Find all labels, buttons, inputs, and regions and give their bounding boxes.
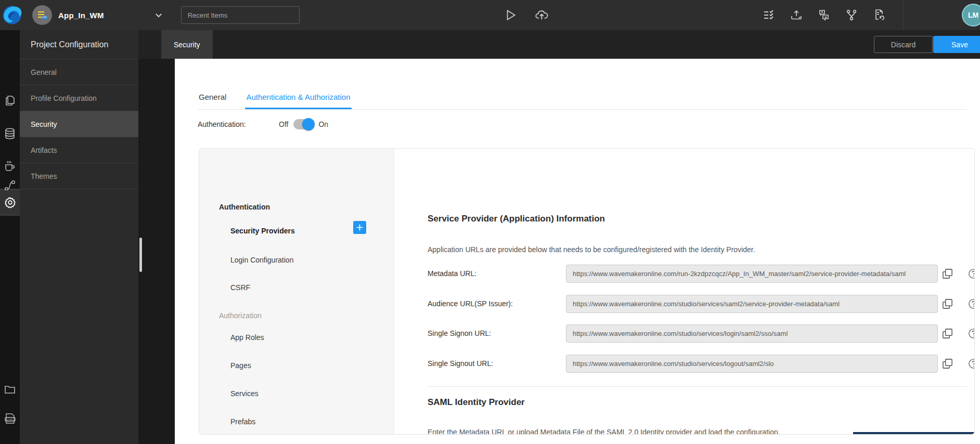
menu-item-security-providers[interactable]: Security Providers (230, 227, 295, 235)
field-label: Audience URL(SP Issuer): (428, 299, 566, 308)
help-icon[interactable] (968, 268, 975, 280)
menu-item-csrf[interactable]: CSRF (230, 283, 250, 292)
field-label: Single Signon URL: (428, 329, 566, 337)
toggle-on-label: On (318, 120, 328, 128)
project-name: App_In_WM (58, 11, 104, 20)
security-providers-body: Service Provider (Application) Informati… (394, 149, 974, 434)
metadata-url-row: Metadata URL: https://www.wavemakeronlin… (428, 264, 961, 283)
sidebar-item-profile-configuration[interactable]: Profile Configuration (20, 85, 138, 111)
security-menu-panel: Authentication Security Providers Login … (199, 149, 394, 435)
sidebar-item-themes[interactable]: Themes (20, 163, 138, 189)
signout-url-value: https://www.wavemakeronline.com/studio/s… (566, 355, 938, 373)
more-icon[interactable] (0, 441, 20, 444)
panel-title: Project Configuration (20, 30, 138, 59)
play-icon[interactable] (504, 8, 517, 22)
cloud-upload-icon[interactable] (535, 8, 549, 22)
audience-url-row: Audience URL(SP Issuer): https://www.wav… (428, 294, 961, 313)
metadata-url-highlight-box: 6.okta.com/app/exknlt44nbWM4txYA5d7/sso/… (853, 432, 975, 435)
copy-icon[interactable] (942, 358, 953, 370)
tab-general[interactable]: General (198, 87, 227, 109)
copy-icon[interactable] (942, 328, 953, 339)
branch-icon[interactable] (845, 9, 858, 21)
single-signout-url-row: Single Signout URL: https://www.wavemake… (428, 354, 961, 373)
tab-authentication-authorization[interactable]: Authentication & Authorization (245, 87, 351, 109)
field-label: Metadata URL: (428, 269, 566, 278)
discard-button[interactable]: Discard (874, 36, 933, 53)
translate-icon[interactable] (818, 9, 830, 21)
add-provider-button[interactable] (353, 221, 366, 234)
panel-gutter (138, 59, 175, 444)
sp-info-description: Application URLs are provided below that… (428, 245, 755, 254)
signon-url-value: https://www.wavemakeronline.com/studio/s… (566, 324, 938, 343)
avatar-initials: LM (968, 11, 978, 19)
authentication-toggle-row: Authentication: Off On (198, 119, 328, 129)
open-document-tab-security[interactable]: Security (161, 30, 213, 59)
recent-items-input[interactable] (181, 6, 300, 24)
pages-icon[interactable] (0, 88, 20, 112)
export-icon[interactable] (790, 9, 803, 21)
field-label: Single Signout URL: (428, 359, 566, 368)
app-icon[interactable] (32, 5, 52, 25)
menu-section-authorization: Authorization (219, 311, 262, 320)
menu-item-services[interactable]: Services (230, 389, 259, 398)
document-tab-strip: Security Discard Save (138, 30, 980, 59)
file-refresh-icon[interactable] (873, 9, 885, 21)
help-icon[interactable] (968, 358, 975, 370)
sidebar-item-general[interactable]: General (20, 59, 138, 85)
folder-icon[interactable] (0, 377, 20, 401)
security-config-card: Authentication Security Providers Login … (199, 148, 975, 435)
top-bar: App_In_WM LM (0, 0, 980, 30)
menu-section-authentication: Authentication (219, 203, 270, 211)
copy-icon[interactable] (942, 298, 953, 310)
save-button[interactable]: Save (933, 36, 980, 53)
metadata-url-value: https://www.wavemakeronline.com/run-2kzd… (566, 265, 938, 283)
toggle-knob (302, 118, 315, 130)
security-tabs: General Authentication & Authorization (198, 87, 966, 110)
help-icon[interactable] (968, 328, 975, 339)
saml-idp-heading: SAML Identity Provider (428, 397, 525, 408)
checklist-icon[interactable] (763, 9, 775, 21)
left-icon-rail: LOG (0, 30, 20, 444)
settings-icon[interactable] (0, 190, 20, 214)
audience-url-value: https://www.wavemakeronline.com/studio/s… (566, 295, 938, 313)
menu-item-login-configuration[interactable]: Login Configuration (230, 256, 293, 264)
logs-icon[interactable]: LOG (0, 407, 20, 430)
security-settings-main: General Authentication & Authorization A… (175, 59, 980, 444)
chevron-down-icon[interactable] (154, 10, 163, 20)
single-signon-url-row: Single Signon URL: https://www.wavemaker… (428, 324, 961, 343)
authentication-toggle[interactable] (293, 119, 313, 129)
menu-item-app-roles[interactable]: App Roles (230, 333, 264, 342)
authentication-label: Authentication: (198, 120, 279, 128)
copy-icon[interactable] (942, 268, 953, 280)
svg-text:LOG: LOG (7, 418, 13, 421)
help-icon[interactable] (968, 298, 975, 310)
scrollbar-thumb[interactable] (139, 238, 142, 272)
wavemaker-logo[interactable] (2, 3, 24, 27)
sidebar-item-artifacts[interactable]: Artifacts (20, 137, 138, 163)
menu-item-pages[interactable]: Pages (230, 361, 251, 370)
user-avatar[interactable]: LM (962, 4, 980, 27)
database-icon[interactable] (0, 122, 20, 146)
sidebar-item-security[interactable]: Security (20, 111, 138, 137)
sp-info-heading: Service Provider (Application) Informati… (428, 214, 605, 224)
section-divider (428, 386, 967, 387)
menu-item-prefabs[interactable]: Prefabs (230, 417, 255, 426)
saml-idp-description: Enter the Metadata URL or upload Metadat… (428, 428, 780, 435)
toggle-off-label: Off (279, 120, 288, 128)
topbar-divider (903, 0, 904, 30)
project-configuration-panel: Project Configuration General Profile Co… (20, 30, 138, 444)
